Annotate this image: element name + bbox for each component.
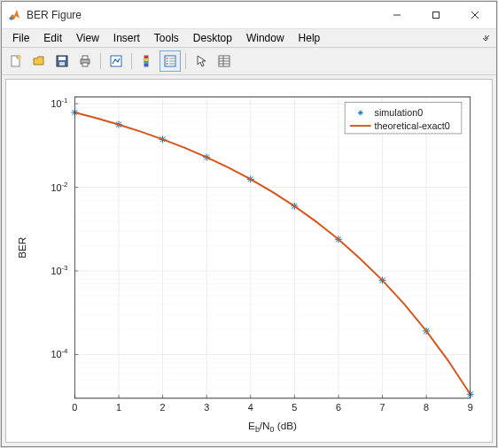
menu-file[interactable]: File: [5, 31, 36, 45]
svg-text:BER: BER: [16, 237, 27, 259]
menu-view[interactable]: View: [69, 31, 106, 45]
svg-rect-17: [144, 64, 148, 66]
new-figure-button[interactable]: [5, 50, 27, 72]
menu-bar: File Edit View Insert Tools Desktop Wind…: [2, 29, 496, 47]
close-button[interactable]: [455, 3, 494, 27]
link-plot-button[interactable]: [105, 50, 127, 72]
svg-text:8: 8: [424, 402, 429, 413]
toolbar-dropdown-icon[interactable]: [479, 31, 493, 45]
svg-text:Eb/N0 (dB): Eb/N0 (dB): [248, 420, 297, 434]
toolbar-separator: [131, 53, 132, 69]
toolbar-separator: [185, 53, 186, 69]
insert-legend-button[interactable]: [160, 50, 181, 72]
svg-rect-1: [433, 12, 440, 19]
svg-text:6: 6: [336, 402, 341, 413]
edit-plot-button[interactable]: [191, 50, 212, 72]
svg-rect-14: [144, 56, 148, 58]
svg-rect-8: [59, 62, 65, 66]
svg-rect-7: [58, 57, 66, 60]
insert-colorbar-button[interactable]: [136, 50, 158, 72]
svg-text:5: 5: [292, 402, 297, 413]
app-window: BER Figure File Edit View Insert Tools D…: [1, 1, 497, 447]
svg-text:0: 0: [72, 402, 77, 413]
titlebar: BER Figure: [2, 2, 496, 29]
figure-canvas[interactable]: 012345678910-410-310-210-1Eb/N0 (dB)BERs…: [5, 79, 493, 443]
matlab-icon: [7, 8, 21, 22]
svg-text:10-2: 10-2: [51, 181, 67, 193]
minimize-button[interactable]: [377, 3, 416, 27]
svg-rect-10: [82, 56, 88, 59]
menu-edit[interactable]: Edit: [36, 31, 69, 45]
svg-rect-30: [74, 97, 470, 398]
save-figure-button[interactable]: [51, 50, 73, 72]
svg-text:4: 4: [248, 402, 253, 413]
menu-help[interactable]: Help: [292, 31, 328, 45]
menu-tools[interactable]: Tools: [147, 31, 186, 45]
svg-point-5: [18, 56, 21, 59]
svg-rect-12: [111, 56, 121, 66]
svg-rect-16: [144, 61, 148, 64]
legend-entry-0: simulation0: [375, 107, 424, 118]
svg-rect-15: [144, 58, 148, 61]
property-inspector-button[interactable]: [214, 50, 235, 72]
svg-text:10-4: 10-4: [51, 347, 68, 359]
svg-text:10-3: 10-3: [51, 264, 68, 276]
open-file-button[interactable]: [28, 50, 50, 72]
toolbar-separator: [100, 53, 101, 69]
svg-rect-11: [82, 63, 88, 66]
print-figure-button[interactable]: [74, 50, 96, 72]
svg-text:1: 1: [116, 402, 121, 413]
menu-window[interactable]: Window: [239, 31, 292, 45]
legend-entry-1: theoretical-exact0: [375, 120, 450, 131]
menu-insert[interactable]: Insert: [106, 31, 147, 45]
ber-axes: 012345678910-410-310-210-1Eb/N0 (dB)BERs…: [6, 80, 492, 442]
svg-text:10-1: 10-1: [51, 97, 67, 109]
menu-desktop[interactable]: Desktop: [186, 31, 239, 45]
svg-text:2: 2: [160, 402, 166, 413]
svg-text:9: 9: [468, 402, 473, 413]
maximize-button[interactable]: [416, 3, 455, 27]
svg-text:7: 7: [380, 402, 385, 413]
toolbar: [2, 47, 496, 75]
svg-text:3: 3: [204, 402, 209, 413]
window-title: BER Figure: [27, 9, 377, 21]
